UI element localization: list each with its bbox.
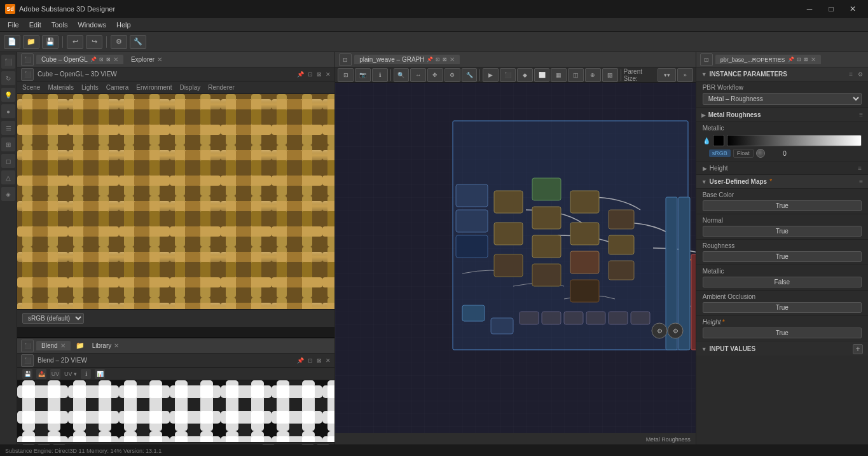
metallic-black-swatch[interactable] [713,135,724,146]
graph-more[interactable]: » [677,68,693,82]
roughness-btn[interactable]: True [703,251,862,262]
toolbar-open[interactable]: 📁 [23,35,39,49]
nav-environment[interactable]: Environment [136,84,172,91]
svg-rect-38 [494,254,523,277]
nav-display[interactable]: Display [179,84,200,91]
sidebar-icon-layers[interactable]: ☰ [1,121,15,135]
graph-btn3[interactable]: ℹ [372,68,388,82]
user-defined-menu-icon[interactable]: ≡ [859,178,863,185]
toolbar-btn3[interactable]: ⚙ [111,35,127,49]
graph-btn12[interactable]: ▦ [551,68,567,82]
graph-btn14[interactable]: ⊕ [585,68,601,82]
height2-btn[interactable]: True [703,328,862,338]
graph-btn7[interactable]: 🔧 [462,68,478,82]
parent-size-btn[interactable]: ▾▾ [658,68,676,82]
menu-help[interactable]: Help [111,20,136,30]
minimize-button[interactable]: ─ [799,3,820,15]
toolbar-redo[interactable]: ↪ [86,35,102,49]
graph-btn11[interactable]: ⬜ [534,68,550,82]
graph-btn10[interactable]: ◆ [517,68,533,82]
pbr-workflow-select[interactable]: Metal – Roughness [703,93,862,105]
graph-move[interactable]: ✥ [427,68,443,82]
menu-windows[interactable]: Windows [72,20,111,30]
colorspace-select[interactable]: sRGB (default) [22,313,84,324]
props-tab[interactable]: pbr_base_...ROPERTIES 📌 ⊡ ⊠ ✕ [715,55,821,64]
nav-materials[interactable]: Materials [48,84,74,91]
float-badge[interactable]: Float [733,149,754,158]
instance-params-header[interactable]: ▼ INSTANCE PARAMETERS ≡ ⚙ [696,67,868,81]
graph-run[interactable]: ▶ [483,68,499,82]
nav-lights[interactable]: Lights [81,84,99,91]
metallic-knob[interactable] [756,149,765,158]
nav-renderer[interactable]: Renderer [208,84,235,91]
sidebar-icon-sphere[interactable]: ● [1,104,15,118]
ambient-occlusion-btn[interactable]: True [703,302,862,313]
close2-icon[interactable]: ✕ [326,71,331,78]
menu-tools[interactable]: Tools [46,20,73,30]
srgb-badge[interactable]: sRGB [709,149,731,157]
height-menu-icon[interactable]: ≡ [858,165,862,172]
graph-zoom-out[interactable]: 🔍 [394,68,410,82]
user-defined-header[interactable]: ▼ User-Defined Maps * ≡ [696,175,868,189]
sidebar-icon-grid[interactable]: ⊞ [1,137,15,151]
height-row[interactable]: ▶ Height ≡ [696,162,868,175]
input-values-header[interactable]: ▼ INPUT VALUES + [696,342,868,356]
graph-btn2[interactable]: 📷 [355,68,371,82]
sidebar-icon-cube[interactable]: ⬛ [1,55,15,69]
props-tab-close[interactable]: ✕ [811,56,816,63]
maximize-button[interactable]: □ [821,3,841,15]
blend-tab-close[interactable]: ✕ [60,342,65,349]
sidebar-icon-box[interactable]: ◻ [1,154,15,168]
blend-save-icon[interactable]: 💾 [22,369,32,379]
sidebar-icon-light[interactable]: 💡 [1,88,15,102]
nav-camera[interactable]: Camera [106,84,129,91]
explorer-tab[interactable]: Explorer ✕ [126,55,167,64]
input-add-button[interactable]: + [853,344,863,354]
library-tab[interactable]: Library ✕ [87,341,125,350]
sidebar-icon-tri[interactable]: △ [1,170,15,184]
blend-uv-icon[interactable]: UV [50,369,60,379]
graph-arrows[interactable]: ↔ [410,68,426,82]
blend-close-icon[interactable]: ✕ [326,357,331,364]
toolbar-undo[interactable]: ↩ [67,35,83,49]
view3d-canvas[interactable] [17,94,334,309]
graph-canvas[interactable]: ⚙ ⚙ [335,83,695,433]
instance-menu-icon[interactable]: ≡ [849,71,853,78]
library-tab-close[interactable]: ✕ [114,342,119,349]
close-button[interactable]: ✕ [843,3,863,15]
sidebar-icon-shape[interactable]: ◈ [1,187,15,201]
blend-tab[interactable]: Blend ✕ [36,341,71,350]
blend-info-icon[interactable]: ℹ [81,369,91,379]
max-icon: ⊠ [106,57,111,62]
eyedropper-icon[interactable]: 💧 [703,137,710,144]
blend-export-icon[interactable]: 📤 [36,369,46,379]
metal-roughness-header[interactable]: ▶ Metal Roughness ≡ [696,108,868,122]
toolbar-btn4[interactable]: 🔧 [130,35,146,49]
view3d-nav: Scene Materials Lights Camera Environmen… [17,81,334,94]
graph-btn15[interactable]: ▧ [602,68,618,82]
view3d-tab-close[interactable]: ✕ [113,56,118,63]
metal-roughness-menu-icon[interactable]: ≡ [859,111,863,118]
graph-btn6[interactable]: ⚙ [444,68,460,82]
normal-btn[interactable]: True [703,226,862,237]
graph-btn1[interactable]: ⊡ [338,68,354,82]
toolbar-save[interactable]: 💾 [42,35,59,49]
nav-scene[interactable]: Scene [22,84,40,91]
menu-edit[interactable]: Edit [24,20,46,30]
view3d-tab[interactable]: Cube – OpenGL 📌 ⊡ ⊠ ✕ [36,55,123,64]
graph-tab[interactable]: plain_weave – GRAPH 📌 ⊡ ⊠ ✕ [354,55,460,64]
menu-file[interactable]: File [3,20,24,30]
metallic2-btn[interactable]: False [703,277,862,287]
toolbar-new[interactable]: 📄 [4,35,20,49]
instance-settings-icon[interactable]: ⚙ [858,71,863,78]
metallic-gradient[interactable] [727,135,862,146]
blend-chart-icon[interactable]: 📊 [95,369,105,379]
base-color-btn[interactable]: True [703,200,862,211]
graph-tab-close[interactable]: ✕ [450,56,455,63]
graph-btn9[interactable]: ⬛ [500,68,516,82]
sidebar-icon-rotate[interactable]: ↻ [1,71,15,85]
metallic-value-field[interactable] [768,150,787,157]
blend-canvas[interactable] [17,380,334,442]
graph-btn13[interactable]: ◫ [568,68,584,82]
explorer-tab-close[interactable]: ✕ [157,56,162,63]
